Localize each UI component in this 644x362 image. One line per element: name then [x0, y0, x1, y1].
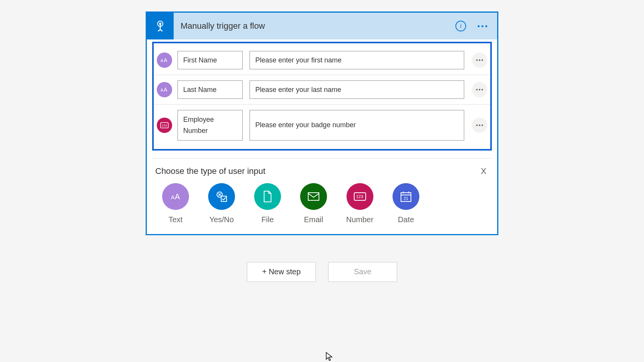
picker-title: Choose the type of user input — [155, 166, 265, 176]
input-menu-button[interactable] — [472, 82, 487, 97]
inputs-highlight: AA First Name Please enter your first na… — [152, 42, 492, 151]
input-type-yesno[interactable]: Yes/No — [208, 183, 235, 224]
trigger-card-header[interactable]: Manually trigger a flow i — [147, 13, 497, 39]
email-icon — [300, 183, 327, 210]
input-menu-button[interactable] — [472, 118, 487, 133]
svg-text:A: A — [171, 194, 175, 200]
svg-rect-12 — [308, 193, 319, 200]
input-type-picker: Choose the type of user input X AA Text — [152, 158, 492, 226]
trigger-icon — [147, 13, 174, 39]
input-type-email[interactable]: Email — [300, 183, 327, 224]
svg-text:123: 123 — [356, 194, 363, 199]
svg-text:A: A — [175, 192, 180, 201]
info-icon[interactable]: i — [455, 21, 466, 31]
svg-text:123: 123 — [162, 124, 167, 127]
more-icon[interactable] — [475, 23, 490, 29]
input-description-field[interactable]: Please enter your last name — [250, 80, 464, 99]
input-name-field[interactable]: Employee Number — [177, 110, 243, 141]
yesno-icon — [208, 183, 235, 210]
svg-text:A: A — [164, 57, 168, 63]
save-button[interactable]: Save — [328, 262, 397, 282]
svg-text:A: A — [164, 87, 168, 93]
input-type-date[interactable]: 21 Date — [393, 183, 419, 224]
input-row: AA First Name Please enter your first na… — [154, 46, 490, 75]
svg-text:A: A — [161, 59, 163, 63]
svg-rect-11 — [221, 196, 227, 201]
cursor-icon — [325, 352, 333, 362]
new-step-button[interactable]: + New step — [247, 262, 316, 282]
input-type-number[interactable]: 123 Number — [346, 183, 373, 224]
input-description-field[interactable]: Please enter your badge number — [250, 110, 464, 141]
input-type-text[interactable]: AA Text — [162, 183, 189, 224]
text-type-icon: AA — [157, 52, 172, 68]
input-name-field[interactable]: First Name — [177, 51, 243, 69]
input-type-file[interactable]: File — [254, 183, 281, 224]
input-name-field[interactable]: Last Name — [177, 80, 243, 99]
file-icon — [254, 183, 281, 210]
input-row: AA Last Name Please enter your last name — [154, 75, 490, 104]
text-icon: AA — [162, 183, 189, 210]
input-menu-button[interactable] — [472, 52, 487, 68]
input-description-field[interactable]: Please enter your first name — [250, 51, 464, 69]
picker-close-button[interactable]: X — [478, 166, 489, 176]
number-type-icon: 123 — [157, 118, 172, 133]
date-icon: 21 — [393, 183, 419, 210]
number-icon: 123 — [347, 183, 373, 210]
text-type-icon: AA — [157, 82, 172, 97]
input-row: 123 Employee Number Please enter your ba… — [154, 104, 490, 146]
trigger-title: Manually trigger a flow — [174, 21, 455, 31]
svg-text:A: A — [161, 88, 163, 92]
svg-text:21: 21 — [404, 196, 408, 201]
trigger-card: Manually trigger a flow i AA First Name … — [146, 11, 498, 235]
